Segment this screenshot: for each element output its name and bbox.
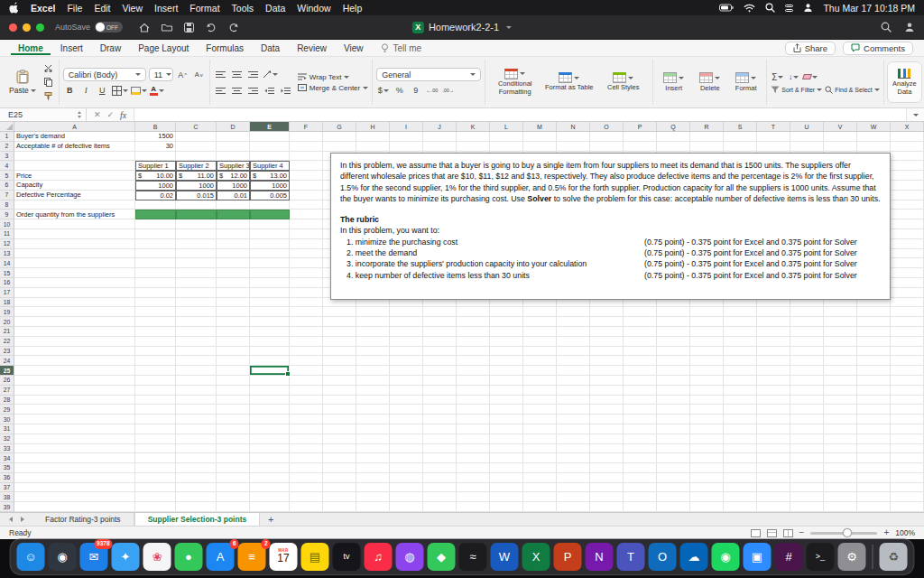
cell-L22[interactable]	[490, 337, 523, 347]
row-header-39[interactable]: 39	[0, 502, 14, 512]
cell-K21[interactable]	[457, 327, 490, 337]
cell-H35[interactable]	[356, 463, 390, 473]
cell-D29[interactable]	[217, 405, 250, 415]
cell-W36[interactable]	[857, 473, 891, 483]
cell-C20[interactable]	[176, 317, 217, 327]
cell-styles-button[interactable]: Cell Styles	[597, 72, 649, 92]
column-header-S[interactable]: S	[724, 122, 757, 131]
merge-center-button[interactable]: Merge & Center	[298, 84, 368, 92]
cell-O35[interactable]	[590, 463, 624, 473]
percent-format-button[interactable]: %	[393, 84, 406, 97]
cell-P23[interactable]	[624, 347, 657, 357]
cell-Q37[interactable]	[657, 483, 690, 493]
cell-W23[interactable]	[857, 347, 891, 357]
cell-R22[interactable]	[690, 337, 724, 347]
cell-D15[interactable]	[217, 268, 250, 278]
cell-B23[interactable]	[135, 347, 176, 357]
cell-D35[interactable]	[217, 463, 250, 473]
add-sheet-button[interactable]: +	[260, 513, 282, 526]
cell-C30[interactable]	[176, 415, 217, 424]
menubar-app-name[interactable]: Excel	[31, 3, 55, 14]
column-header-X[interactable]: X	[891, 122, 924, 131]
cell-M33[interactable]	[523, 444, 557, 454]
cell-X22[interactable]	[891, 337, 924, 347]
cell-O26[interactable]	[590, 376, 624, 386]
cell-A24[interactable]	[14, 356, 135, 366]
cell-X35[interactable]	[891, 463, 924, 473]
cell-Q35[interactable]	[657, 463, 690, 473]
cell-V36[interactable]	[824, 473, 857, 483]
cell-U19[interactable]	[790, 307, 824, 317]
cell-U20[interactable]	[790, 317, 824, 327]
column-header-Q[interactable]: Q	[657, 122, 690, 131]
cell-A29[interactable]	[14, 405, 135, 415]
cell-E35[interactable]	[250, 463, 290, 473]
cell-P37[interactable]	[624, 483, 657, 493]
dock-trash-icon[interactable]: ♻	[880, 543, 908, 571]
column-header-P[interactable]: P	[624, 122, 657, 131]
cell-S2[interactable]	[724, 142, 757, 152]
dock-settings-icon[interactable]: ⚙	[838, 543, 866, 571]
cell-A18[interactable]	[14, 298, 135, 308]
cell-R27[interactable]	[690, 386, 724, 396]
cell-I21[interactable]	[390, 327, 423, 337]
cell-N24[interactable]	[557, 356, 590, 366]
cell-G1[interactable]	[323, 132, 356, 142]
cell-A35[interactable]	[14, 463, 135, 473]
cell-T25[interactable]	[757, 366, 790, 376]
cell-J22[interactable]	[423, 337, 457, 347]
cell-J1[interactable]	[423, 132, 457, 142]
cell-F27[interactable]	[290, 386, 323, 396]
cell-U34[interactable]	[790, 453, 824, 463]
comments-button[interactable]: Comments	[843, 42, 913, 55]
cell-U1[interactable]	[790, 132, 824, 142]
cell-X23[interactable]	[891, 347, 924, 357]
ribbon-tab-home[interactable]: Home	[11, 42, 51, 55]
cell-I27[interactable]	[390, 386, 423, 396]
cell-E12[interactable]	[250, 239, 290, 249]
cell-D19[interactable]	[217, 307, 250, 317]
cell-I35[interactable]	[390, 463, 423, 473]
cell-D11[interactable]	[217, 229, 250, 239]
cell-N35[interactable]	[557, 463, 590, 473]
cell-F20[interactable]	[290, 317, 323, 327]
align-middle-button[interactable]	[230, 68, 244, 80]
cell-W38[interactable]	[857, 492, 891, 502]
cell-A20[interactable]	[14, 317, 135, 327]
cell-U26[interactable]	[790, 376, 824, 386]
column-header-A[interactable]: A	[14, 122, 135, 131]
cell-J28[interactable]	[423, 396, 457, 406]
cell-B21[interactable]	[135, 327, 176, 337]
cell-K39[interactable]	[457, 502, 490, 512]
borders-button[interactable]	[112, 84, 128, 97]
cell-N20[interactable]	[557, 317, 590, 327]
underline-button[interactable]: U	[96, 84, 109, 97]
cell-T38[interactable]	[757, 492, 790, 502]
problem-textbox[interactable]: In this problem, we assume that a buyer …	[330, 153, 891, 300]
cell-G25[interactable]	[323, 366, 356, 376]
cell-C35[interactable]	[176, 463, 217, 473]
cell-H28[interactable]	[356, 396, 390, 406]
cell-H30[interactable]	[356, 415, 390, 424]
cell-X5[interactable]	[891, 171, 924, 181]
cell-J39[interactable]	[423, 502, 457, 512]
cell-U37[interactable]	[790, 483, 824, 493]
clear-button[interactable]	[803, 70, 818, 83]
cell-A37[interactable]	[14, 483, 135, 493]
cell-C38[interactable]	[176, 492, 217, 502]
cell-B7[interactable]: 0.02	[135, 191, 176, 200]
cell-U33[interactable]	[790, 444, 824, 454]
menubar-item-edit[interactable]: Edit	[94, 3, 110, 14]
row-header-1[interactable]: 1	[0, 132, 14, 142]
cell-L2[interactable]	[490, 142, 523, 152]
cell-C1[interactable]	[176, 132, 217, 142]
cell-G21[interactable]	[323, 327, 356, 337]
cell-B37[interactable]	[135, 483, 176, 493]
row-header-36[interactable]: 36	[0, 473, 14, 483]
cell-B9[interactable]	[135, 210, 176, 219]
cell-C28[interactable]	[176, 396, 217, 406]
cell-L27[interactable]	[490, 386, 523, 396]
close-window-button[interactable]	[9, 23, 17, 32]
cell-A14[interactable]	[14, 258, 135, 268]
cell-J38[interactable]	[423, 492, 457, 502]
